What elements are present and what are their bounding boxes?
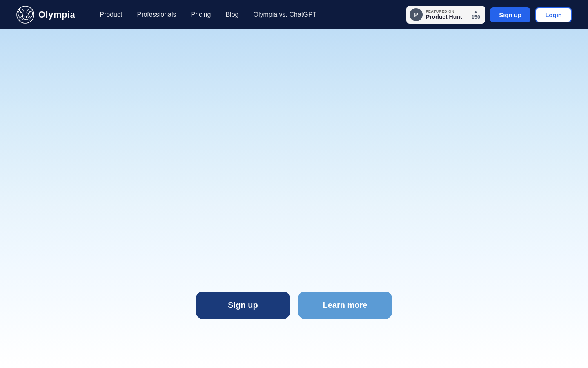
- vote-count: 150: [471, 14, 480, 20]
- product-hunt-votes: ▲ 150: [467, 9, 480, 20]
- nav-pricing[interactable]: Pricing: [191, 11, 211, 18]
- hero-signup-button[interactable]: Sign up: [196, 292, 290, 319]
- product-hunt-text: FEATURED ON Product Hunt: [426, 9, 462, 20]
- nav-right: P FEATURED ON Product Hunt ▲ 150 Sign up…: [406, 6, 572, 24]
- upvote-arrow-icon: ▲: [474, 9, 478, 14]
- nav-links: Product Professionals Pricing Blog Olymp…: [100, 11, 316, 18]
- nav-vs-chatgpt[interactable]: Olympia vs. ChatGPT: [253, 11, 316, 18]
- nav-login-button[interactable]: Login: [535, 7, 572, 22]
- svg-point-0: [17, 6, 34, 23]
- product-hunt-featured-label: FEATURED ON: [426, 9, 462, 13]
- hero-section: Sign up Learn more: [0, 0, 588, 368]
- product-hunt-badge[interactable]: P FEATURED ON Product Hunt ▲ 150: [406, 6, 485, 24]
- product-hunt-name: Product Hunt: [426, 13, 462, 20]
- logo-link[interactable]: Olympia: [16, 6, 75, 24]
- navbar: Olympia Product Professionals Pricing Bl…: [0, 0, 588, 29]
- brand-name: Olympia: [38, 9, 75, 20]
- product-hunt-icon: P: [410, 8, 423, 21]
- nav-professionals[interactable]: Professionals: [137, 11, 176, 18]
- logo-icon: [16, 6, 34, 24]
- hero-learn-more-button[interactable]: Learn more: [298, 292, 392, 319]
- nav-signup-button[interactable]: Sign up: [490, 7, 530, 22]
- hero-buttons: Sign up Learn more: [196, 292, 392, 319]
- nav-product[interactable]: Product: [100, 11, 122, 18]
- nav-blog[interactable]: Blog: [225, 11, 238, 18]
